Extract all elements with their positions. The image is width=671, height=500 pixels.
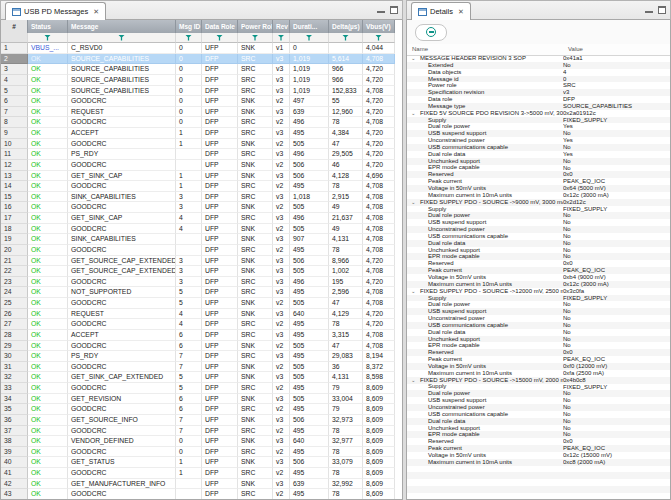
table-row[interactable]: 38OKVENDOR_DEFINED0UFPSNKv364032,9778,60… <box>1 436 402 447</box>
detail-row[interactable]: USB communications capableNo <box>407 233 670 240</box>
detail-row[interactable]: ⌄MESSAGE HEADER REVISION 3 SOP0x41a1 <box>407 55 670 62</box>
detail-row[interactable]: Unconstrained powerNo <box>407 226 670 233</box>
detail-row[interactable]: Peak currentPEAK_EQ_IOC <box>407 178 670 185</box>
detail-row[interactable]: Reserved0x0 <box>407 349 670 356</box>
detail-row[interactable]: Peak currentPEAK_EQ_IOC <box>407 356 670 363</box>
table-row[interactable]: 33OKGOODCRC5DFPSRCv2495798,609 <box>1 383 402 394</box>
table-row[interactable]: 30OKPS_RDY7DFPSRCv349529,0838,194 <box>1 351 402 362</box>
detail-row[interactable]: Dual role powerNo <box>407 390 670 397</box>
collapse-all-button[interactable] <box>415 24 447 41</box>
maximize-icon[interactable] <box>658 6 666 14</box>
minimize-icon[interactable] <box>645 6 653 14</box>
detail-row[interactable]: EPR mode capableNo <box>407 253 670 260</box>
table-row[interactable]: 28OKACCEPT6DFPSRCv34953,3154,708 <box>1 330 402 341</box>
table-row[interactable]: 4OKSOURCE_CAPABILITIES0DFPSRCv31,0199664… <box>1 75 402 86</box>
detail-row[interactable]: EPR mode capableNo <box>407 431 670 438</box>
close-icon[interactable]: ✕ <box>458 8 464 15</box>
column-header-power-role[interactable]: Power Role <box>238 20 273 33</box>
chevron-down-icon[interactable]: ⌄ <box>411 199 420 205</box>
detail-row[interactable]: USB communications capableNo <box>407 322 670 329</box>
minimize-icon[interactable] <box>377 6 385 14</box>
detail-row[interactable]: Message id0 <box>407 76 670 83</box>
tab-usb-pd-messages[interactable]: USB PD Messages ✕ <box>5 2 106 20</box>
table-row[interactable]: 36OKGET_SOURCE_INFO7UFPSNKv350632,9738,6… <box>1 415 402 426</box>
detail-row[interactable]: Dual role dataNo <box>407 240 670 247</box>
table-row[interactable]: 23OKGOODCRC3DFPSRCv34961954,720 <box>1 277 402 288</box>
detail-row[interactable]: Unconstrained powerNo <box>407 315 670 322</box>
table-row[interactable]: 20OKGOODCRCDFPSRCv2495784,708 <box>1 245 402 256</box>
detail-row[interactable]: Voltage in 50mV units0x64 (5000 mV) <box>407 185 670 192</box>
column-header-msg-id[interactable]: Msg ID <box>176 20 202 33</box>
detail-row[interactable]: SupplyFIXED_SUPPLY <box>407 117 670 124</box>
table-row[interactable]: 42OKGET_MANUFACTURER_INFOUFPSNKv363932,9… <box>1 479 402 490</box>
tab-details[interactable]: Details ✕ <box>411 2 471 20</box>
detail-row[interactable]: Message typeSOURCE_CAPABILITIES <box>407 103 670 110</box>
detail-row[interactable]: Unchunked supportNo <box>407 158 670 165</box>
detail-row[interactable]: Power roleSRC <box>407 82 670 89</box>
table-row[interactable]: 8OKGOODCRC0DFPSRCv2496784,708 <box>1 117 402 128</box>
table-row[interactable]: 25OKGOODCRC5UFPSNKv2505474,708 <box>1 298 402 309</box>
detail-row[interactable]: Reserved0x0 <box>407 171 670 178</box>
filter-cell-power-role[interactable] <box>238 33 273 43</box>
filter-cell-delta[interactable] <box>329 33 363 43</box>
chevron-down-icon[interactable]: ⌄ <box>411 110 420 116</box>
table-row[interactable]: 12OKGOODCRCUFPSNKv2506464,720 <box>1 160 402 171</box>
table-row[interactable]: 29OKGOODCRC6UFPSNKv2505474,708 <box>1 341 402 352</box>
table-row[interactable]: 41OKGOODCRC1DFPSRCv2495788,609 <box>1 468 402 479</box>
table-row[interactable]: 35OKGOODCRC6DFPSRCv2495798,609 <box>1 404 402 415</box>
filter-cell-message[interactable] <box>68 33 176 43</box>
detail-row[interactable]: ⌄FIXED SUPPLY PDO - SOURCE ->12000 mV, 2… <box>407 288 670 295</box>
chevron-down-icon[interactable]: ⌄ <box>411 288 420 294</box>
detail-row[interactable]: Data roleDFP <box>407 96 670 103</box>
table-row[interactable]: 16OKGOODCRC3UFPSNKv2505494,708 <box>1 202 402 213</box>
detail-row[interactable]: Unchunked supportNo <box>407 247 670 254</box>
table-row[interactable]: 24OKNOT_SUPPORTED5DFPSRCv34952,5964,708 <box>1 287 402 298</box>
table-row[interactable]: 31OKGOODCRC7UFPSNKv2505368,372 <box>1 362 402 373</box>
table-row[interactable]: 18OKGOODCRC4UFPSNKv2505494,708 <box>1 224 402 235</box>
detail-row[interactable]: USB suspend supportNo <box>407 130 670 137</box>
column-header-data-role[interactable]: Data Role <box>202 20 238 33</box>
table-row[interactable]: 1VBUS_...C_RSVD00UFPSNKv104,044 <box>1 43 402 54</box>
detail-row[interactable]: USB suspend supportNo <box>407 397 670 404</box>
detail-row[interactable]: ⌄FIXED 5V SOURCE PDO REVISION 3->5000 mV… <box>407 110 670 117</box>
filter-funnel-icon[interactable] <box>342 35 349 41</box>
table-row[interactable]: 7OKREQUEST0UFPSNKv363912,9604,720 <box>1 107 402 118</box>
filter-funnel-icon[interactable] <box>118 35 125 41</box>
column-header-status[interactable]: Status <box>28 20 68 33</box>
detail-row[interactable]: EPR mode capableNo <box>407 165 670 172</box>
table-row[interactable]: 34OKGET_REVISION6UFPSNKv350533,0048,609 <box>1 394 402 405</box>
detail-row[interactable]: Dual role powerNo <box>407 212 670 219</box>
detail-row[interactable]: Reserved0x0 <box>407 438 670 445</box>
maximize-icon[interactable] <box>390 6 398 14</box>
close-icon[interactable]: ✕ <box>93 8 99 15</box>
detail-row[interactable]: Maximum current in 10mA units0x12c (3000… <box>407 192 670 199</box>
table-row[interactable]: 11OKPS_RDYDFPSRCv349629,5054,720 <box>1 149 402 160</box>
detail-row[interactable]: EPR mode capableNo <box>407 342 670 349</box>
detail-row[interactable]: SupplyFIXED_SUPPLY <box>407 384 670 391</box>
table-row[interactable]: 22OKGET_SOURCE_CAP_EXTENDED3UFPSNKv35051… <box>1 266 402 277</box>
table-row[interactable]: 15OKSINK_CAPABILITIES3DFPSRCv31,0182,915… <box>1 192 402 203</box>
detail-row[interactable]: ⌄FIXED SUPPLY PDO - SOURCE ->9000 mV, 30… <box>407 199 670 206</box>
detail-row[interactable]: Data objects4 <box>407 69 670 76</box>
detail-row[interactable]: Voltage in 50mV units0xb4 (9000 mV) <box>407 274 670 281</box>
detail-row[interactable]: Dual role dataNo <box>407 418 670 425</box>
detail-row[interactable]: Maximum current in 10mA units0x12c (3000… <box>407 281 670 288</box>
column-header-rev[interactable]: Rev <box>273 20 290 33</box>
filter-cell-data-role[interactable] <box>202 33 238 43</box>
detail-row[interactable]: SupplyFIXED_SUPPLY <box>407 206 670 213</box>
filter-funnel-icon[interactable] <box>252 35 259 41</box>
filter-cell-duration[interactable] <box>290 33 329 43</box>
detail-row[interactable]: Unconstrained powerYes <box>407 137 670 144</box>
detail-row[interactable]: Voltage in 50mV units0x12c (15000 mV) <box>407 452 670 459</box>
filter-cell-status[interactable] <box>28 33 68 43</box>
detail-row[interactable]: USB communications capableNo <box>407 144 670 151</box>
filter-cell-rev[interactable] <box>273 33 290 43</box>
chevron-down-icon[interactable]: ⌄ <box>411 55 420 61</box>
table-row[interactable]: 14OKGOODCRC1DFPSRCv2495784,708 <box>1 181 402 192</box>
table-row[interactable]: 39OKGOODCRC0DFPSRCv2495788,609 <box>1 447 402 458</box>
detail-row[interactable]: Unconstrained powerNo <box>407 404 670 411</box>
table-row[interactable]: 17OKGET_SINK_CAP4DFPSRCv349621,6374,708 <box>1 213 402 224</box>
detail-row[interactable]: Peak currentPEAK_EQ_IOC <box>407 267 670 274</box>
filter-cell-msg-id[interactable] <box>176 33 202 43</box>
table-row[interactable]: 2OKSOURCE_CAPABILITIES0DFPSRCv31,0195,61… <box>1 54 402 65</box>
